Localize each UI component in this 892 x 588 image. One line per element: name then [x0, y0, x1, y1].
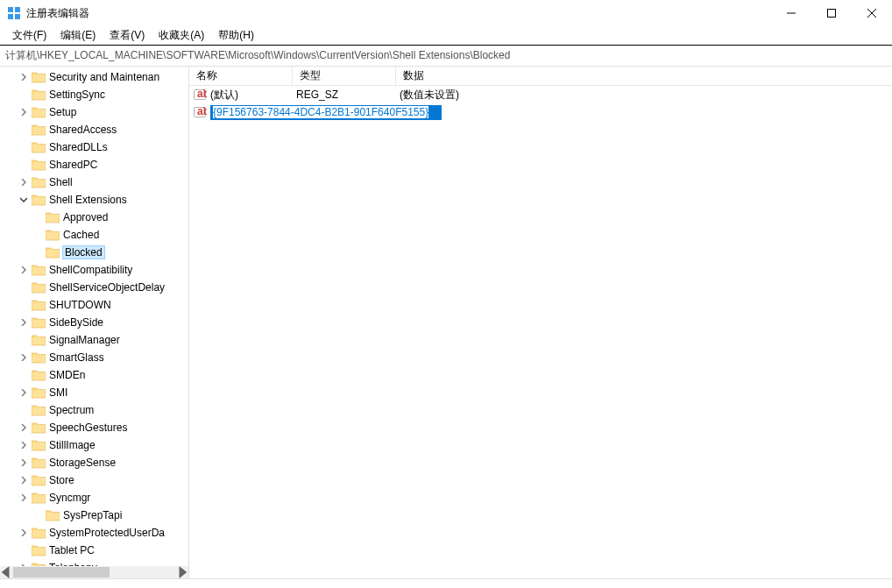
value-row-editing[interactable]: ab: [189, 103, 892, 121]
chevron-right-icon[interactable]: [18, 474, 30, 486]
value-name: (默认): [210, 88, 238, 103]
tree-node-label: Security and Maintenan: [49, 71, 159, 83]
menu-edit[interactable]: 编辑(E): [53, 26, 103, 45]
close-button[interactable]: [852, 0, 892, 26]
tree-node[interactable]: Cached: [0, 226, 188, 244]
folder-icon: [32, 404, 46, 416]
tree-node[interactable]: SignalManager: [0, 331, 188, 349]
tree-node[interactable]: Syncmgr: [0, 489, 188, 507]
column-header-name[interactable]: 名称: [189, 67, 293, 85]
tree-node-label: Tablet PC: [49, 544, 95, 556]
chevron-right-icon[interactable]: [18, 527, 30, 539]
scroll-left-button[interactable]: [0, 566, 12, 578]
chevron-right-icon[interactable]: [18, 457, 30, 469]
tree-node[interactable]: StorageSense: [0, 454, 188, 471]
chevron-right-icon[interactable]: [18, 316, 30, 329]
twisty-spacer: [18, 299, 30, 311]
tree-node[interactable]: ShellCompatibility: [0, 261, 188, 279]
value-row[interactable]: ab(默认)REG_SZ(数值未设置): [189, 86, 892, 103]
tree-node-label: SpeechGestures: [49, 422, 127, 434]
chevron-right-icon[interactable]: [18, 386, 30, 399]
tree-node[interactable]: SharedPC: [0, 156, 188, 174]
tree-hscrollbar[interactable]: [0, 566, 188, 578]
scroll-thumb[interactable]: [13, 567, 110, 577]
tree-node[interactable]: Approved: [0, 209, 188, 226]
tree-node[interactable]: SystemProtectedUserDa: [0, 524, 188, 542]
tree-node[interactable]: ShellServiceObjectDelay: [0, 279, 188, 296]
chevron-down-icon[interactable]: [18, 194, 30, 206]
chevron-right-icon[interactable]: [18, 176, 30, 188]
tree-node-label: SMDEn: [49, 369, 85, 381]
folder-icon: [46, 229, 60, 241]
folder-icon: [32, 492, 46, 504]
tree-node[interactable]: Store: [0, 471, 188, 489]
tree-node[interactable]: SHUTDOWN: [0, 296, 188, 314]
twisty-spacer: [32, 509, 44, 521]
tree-node[interactable]: Tablet PC: [0, 542, 188, 559]
folder-icon: [32, 264, 46, 276]
tree-node-label: SmartGlass: [49, 351, 104, 364]
folder-icon: [32, 369, 46, 381]
tree-node-label: SharedPC: [49, 159, 97, 171]
folder-icon: [32, 334, 46, 346]
tree-node[interactable]: SharedDLLs: [0, 138, 188, 156]
tree-node-label: SysPrepTapi: [63, 509, 122, 521]
chevron-right-icon[interactable]: [18, 71, 30, 83]
chevron-right-icon[interactable]: [18, 492, 30, 504]
folder-icon: [46, 246, 60, 259]
svg-marker-9: [180, 566, 188, 578]
folder-icon: [46, 211, 60, 223]
menu-favorites[interactable]: 收藏夹(A): [152, 26, 211, 45]
menu-file[interactable]: 文件(F): [5, 26, 53, 45]
keys-tree[interactable]: Security and MaintenanSettingSyncSetupSh…: [0, 68, 188, 578]
tree-node[interactable]: StillImage: [0, 436, 188, 454]
column-header-type[interactable]: 类型: [293, 67, 396, 85]
folder-icon: [32, 422, 46, 434]
tree-node-label: Approved: [63, 211, 108, 223]
tree-node[interactable]: Setup: [0, 103, 188, 121]
tree-node-label: StorageSense: [49, 457, 116, 469]
tree-node[interactable]: Blocked: [0, 244, 188, 261]
folder-icon: [32, 527, 46, 539]
chevron-right-icon[interactable]: [18, 439, 30, 451]
address-bar[interactable]: 计算机\HKEY_LOCAL_MACHINE\SOFTWARE\Microsof…: [0, 46, 892, 67]
folder-icon: [32, 176, 46, 188]
column-header-data[interactable]: 数据: [396, 67, 892, 85]
folder-icon: [32, 439, 46, 451]
tree-node[interactable]: Security and Maintenan: [0, 68, 188, 86]
scroll-right-button[interactable]: [176, 566, 188, 578]
tree-node[interactable]: Shell Extensions: [0, 191, 188, 209]
tree-node[interactable]: SMI: [0, 384, 188, 401]
tree-node[interactable]: SMDEn: [0, 366, 188, 384]
tree-node[interactable]: SmartGlass: [0, 349, 188, 366]
folder-icon: [32, 281, 46, 294]
tree-node[interactable]: SpeechGestures: [0, 419, 188, 436]
maximize-button[interactable]: [811, 0, 852, 26]
tree-node[interactable]: Shell: [0, 174, 188, 191]
svg-rect-1: [15, 7, 20, 12]
tree-node[interactable]: SideBySide: [0, 314, 188, 331]
tree-node[interactable]: SysPrepTapi: [0, 507, 188, 524]
tree-node[interactable]: Spectrum: [0, 401, 188, 419]
keys-tree-pane: Security and MaintenanSettingSyncSetupSh…: [0, 67, 189, 578]
window-title: 注册表编辑器: [26, 6, 89, 21]
folder-icon: [32, 544, 46, 556]
minimize-button[interactable]: [771, 0, 811, 26]
chevron-right-icon[interactable]: [18, 351, 30, 364]
tree-node-label: Cached: [63, 229, 99, 241]
menu-help[interactable]: 帮助(H): [211, 26, 261, 45]
value-name-input[interactable]: [210, 105, 442, 120]
folder-icon: [32, 474, 46, 486]
chevron-right-icon[interactable]: [18, 422, 30, 434]
values-list[interactable]: ab(默认)REG_SZ(数值未设置)ab: [189, 86, 892, 578]
value-data: (数值未设置): [396, 88, 892, 103]
menu-view[interactable]: 查看(V): [103, 26, 152, 45]
folder-icon: [32, 457, 46, 469]
folder-icon: [32, 106, 46, 118]
chevron-right-icon[interactable]: [18, 106, 30, 118]
svg-rect-5: [828, 10, 836, 18]
tree-node[interactable]: SettingSync: [0, 86, 188, 103]
svg-rect-3: [15, 14, 20, 19]
chevron-right-icon[interactable]: [18, 264, 30, 276]
tree-node[interactable]: SharedAccess: [0, 121, 188, 138]
